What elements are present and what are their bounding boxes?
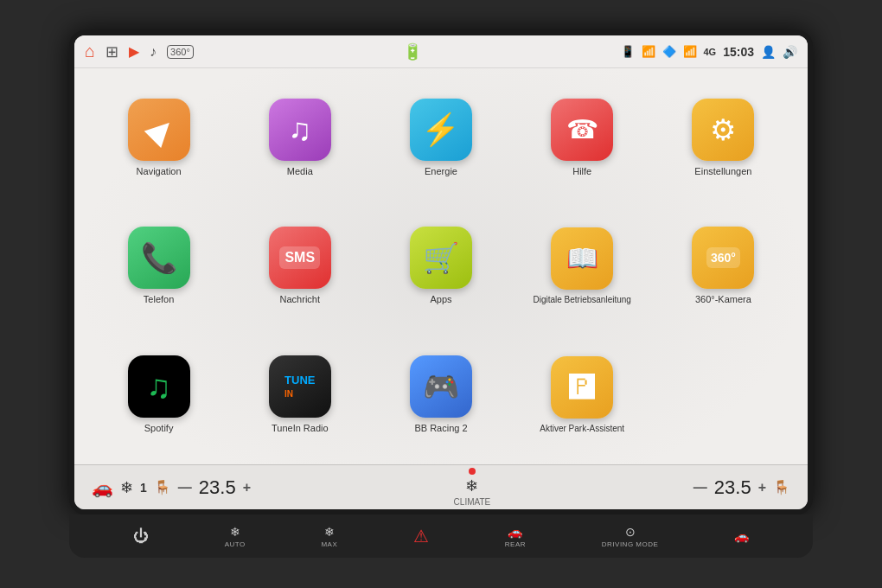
fan-speed-value: 1 — [140, 481, 147, 495]
parkassist-label: Aktiver Park-Assistent — [540, 424, 624, 434]
top-bar-nav: ⌂ ⊞ ▶ ♪ 360° 🔋 — [85, 42, 621, 61]
door-button[interactable]: 🚗 — [734, 529, 749, 543]
apps-label: Apps — [430, 294, 451, 305]
fan-auto-button[interactable]: ❄ AUTO — [225, 525, 246, 548]
navigation-icon: ▶ — [128, 99, 190, 161]
wifi-icon: 📶 — [683, 45, 697, 58]
360-icon[interactable]: 360° — [167, 45, 194, 59]
navigation-label: Navigation — [137, 166, 182, 177]
temp-left-plus-btn[interactable]: + — [243, 480, 251, 495]
betrieb-icon: 📖 — [551, 227, 613, 290]
kamera-label: 360°-Kamera — [695, 294, 751, 305]
app-parkassist[interactable]: 🅿 Aktiver Park-Assistent — [515, 334, 649, 456]
outer-frame: ⌂ ⊞ ▶ ♪ 360° 🔋 📱 📶 🔷 📶 4G 15:03 — [69, 30, 813, 558]
climate-left: 🚗 ❄ 1 🪑 — 23.5 + — [92, 476, 251, 499]
music-icon[interactable]: ♪ — [150, 44, 157, 60]
climate-indicator-dot — [469, 468, 476, 475]
app-telefon[interactable]: 📞 Telefon — [92, 206, 226, 328]
app-grid: ▶ Navigation ♫ Media ⚡ En — [92, 77, 790, 456]
nachricht-label: Nachricht — [280, 294, 320, 305]
temp-right-minus-btn[interactable]: — — [693, 480, 707, 495]
screen-bezel: ⌂ ⊞ ▶ ♪ 360° 🔋 📱 📶 🔷 📶 4G 15:03 — [69, 30, 813, 514]
bbracing-label: BB Racing 2 — [414, 423, 467, 434]
driving-mode-icon: ⊙ — [625, 525, 636, 539]
volume-icon[interactable]: 🔊 — [783, 45, 797, 59]
driving-mode-button[interactable]: ⊙ DRIVING MODE — [602, 525, 659, 548]
kamera-icon: 360° — [692, 227, 754, 289]
rear-icon: 🚗 — [508, 525, 522, 539]
app-bbracing[interactable]: 🎮 BB Racing 2 — [374, 334, 508, 456]
app-nachricht[interactable]: SMS Nachricht — [233, 206, 367, 328]
app-betrieb[interactable]: 📖 Digitale Betriebsanleitung — [515, 206, 649, 328]
app-spotify[interactable]: ♫ Spotify — [92, 334, 226, 456]
door-icon: 🚗 — [734, 529, 749, 543]
media-label: Media — [287, 166, 313, 177]
energie-icon: ⚡ — [410, 99, 472, 161]
fan-max-icon: ❄ — [324, 525, 335, 539]
tunein-icon: TUNEIN — [269, 355, 331, 418]
climate-bar: 🚗 ❄ 1 🪑 — 23.5 + ❄ CLIMATE — 23.5 + — [74, 464, 808, 509]
betrieb-label: Digitale Betriebsanleitung — [533, 295, 630, 305]
climate-label: CLIMATE — [454, 497, 491, 507]
einstellungen-icon: ⚙ — [692, 99, 754, 161]
hilfe-icon: ☎ — [551, 99, 613, 161]
temp-right-value: 23.5 — [714, 476, 751, 499]
climate-right: — 23.5 + 🪑 — [693, 476, 790, 499]
temp-left-value: 23.5 — [199, 476, 236, 499]
apps-icon: 🛒 — [410, 227, 472, 289]
hazard-icon: ⚠ — [413, 526, 429, 546]
rear-label: REAR — [505, 540, 526, 548]
telefon-icon: 📞 — [128, 227, 190, 289]
bbracing-icon: 🎮 — [410, 355, 472, 418]
rear-button[interactable]: 🚗 REAR — [505, 525, 526, 548]
spotify-icon: ♫ — [128, 355, 190, 418]
energie-label: Energie — [425, 166, 457, 177]
profile-icon: 👤 — [761, 45, 776, 59]
media-icon: ♫ — [269, 99, 331, 161]
nachricht-icon: SMS — [269, 227, 331, 289]
top-bar-status: 📱 📶 🔷 📶 4G 15:03 👤 🔊 — [621, 45, 798, 59]
empty-cell — [656, 334, 790, 456]
parkassist-icon: 🅿 — [551, 356, 613, 419]
top-bar: ⌂ ⊞ ▶ ♪ 360° 🔋 📱 📶 🔷 📶 4G 15:03 — [74, 35, 808, 68]
hilfe-label: Hilfe — [572, 166, 591, 177]
fan-auto-icon: ❄ — [230, 525, 240, 539]
battery-center-icon: 🔋 — [403, 42, 422, 61]
seat-heat-left-icon: 🪑 — [154, 479, 171, 495]
4g-label: 4G — [704, 47, 717, 57]
app-media[interactable]: ♫ Media — [233, 77, 367, 199]
temp-left-minus-btn[interactable]: — — [178, 480, 192, 495]
main-content: ▶ Navigation ♫ Media ⚡ En — [74, 68, 808, 464]
app-kamera[interactable]: 360° 360°-Kamera — [656, 206, 790, 328]
climate-center: ❄ CLIMATE — [454, 468, 491, 507]
nav-arrow-icon[interactable]: ▶ — [129, 43, 139, 60]
seat-heat-right-icon: 🪑 — [773, 479, 790, 495]
app-einstellungen[interactable]: ⚙ Einstellungen — [656, 77, 790, 199]
einstellungen-label: Einstellungen — [694, 166, 751, 177]
power-button[interactable]: ⏻ — [133, 527, 149, 546]
fan-speed-icon: ❄ — [120, 478, 133, 497]
app-hilfe[interactable]: ☎ Hilfe — [515, 77, 649, 199]
spotify-label: Spotify — [144, 423, 174, 434]
temp-right-plus-btn[interactable]: + — [758, 480, 766, 495]
bluetooth-icon: 🔷 — [662, 45, 676, 58]
driving-mode-label: DRIVING MODE — [602, 540, 659, 548]
physical-button-bar: ⏻ ❄ AUTO ❄ MAX ⚠ 🚗 REAR ⊙ DRIVING MODE 🚗 — [69, 514, 813, 558]
app-energie[interactable]: ⚡ Energie — [374, 77, 508, 199]
apps-grid-icon[interactable]: ⊞ — [105, 42, 118, 61]
hazard-button[interactable]: ⚠ — [413, 526, 429, 546]
time-display: 15:03 — [723, 45, 754, 59]
fan-center-icon[interactable]: ❄ — [465, 476, 478, 495]
app-apps[interactable]: 🛒 Apps — [374, 206, 508, 328]
tunein-label: TuneIn Radio — [272, 423, 329, 434]
home-icon[interactable]: ⌂ — [85, 42, 95, 61]
phone-status-icon: 📱 — [621, 45, 635, 58]
telefon-label: Telefon — [144, 294, 174, 305]
car-front-icon: 🚗 — [92, 477, 113, 498]
fan-max-button[interactable]: ❄ MAX — [321, 525, 337, 548]
app-navigation[interactable]: ▶ Navigation — [92, 77, 226, 199]
fan-max-label: MAX — [321, 540, 337, 548]
power-icon: ⏻ — [133, 527, 149, 546]
app-tunein[interactable]: TUNEIN TuneIn Radio — [233, 334, 367, 456]
screen: ⌂ ⊞ ▶ ♪ 360° 🔋 📱 📶 🔷 📶 4G 15:03 — [74, 35, 808, 509]
